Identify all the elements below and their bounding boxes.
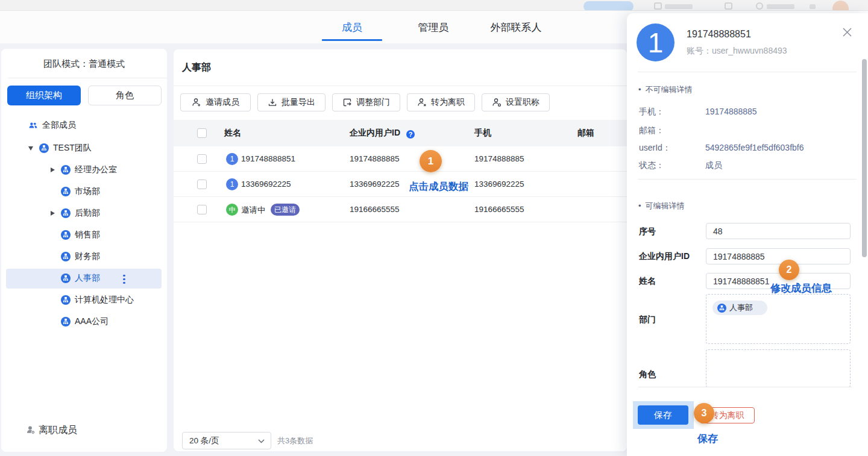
svg-text:?: ? [409,131,413,138]
